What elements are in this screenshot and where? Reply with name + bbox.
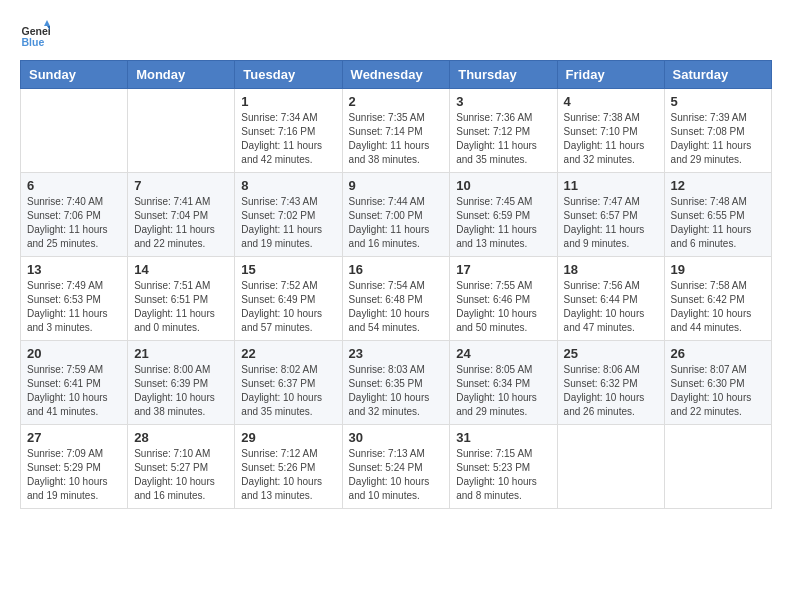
day-number: 13 — [27, 262, 121, 277]
calendar-cell: 28Sunrise: 7:10 AMSunset: 5:27 PMDayligh… — [128, 425, 235, 509]
day-number: 24 — [456, 346, 550, 361]
calendar-cell: 19Sunrise: 7:58 AMSunset: 6:42 PMDayligh… — [664, 257, 771, 341]
day-number: 31 — [456, 430, 550, 445]
weekday-header: Monday — [128, 61, 235, 89]
calendar-cell: 15Sunrise: 7:52 AMSunset: 6:49 PMDayligh… — [235, 257, 342, 341]
day-info: Sunrise: 7:44 AMSunset: 7:00 PMDaylight:… — [349, 195, 444, 251]
calendar-cell: 8Sunrise: 7:43 AMSunset: 7:02 PMDaylight… — [235, 173, 342, 257]
calendar-cell: 14Sunrise: 7:51 AMSunset: 6:51 PMDayligh… — [128, 257, 235, 341]
calendar-cell — [21, 89, 128, 173]
calendar-cell: 27Sunrise: 7:09 AMSunset: 5:29 PMDayligh… — [21, 425, 128, 509]
weekday-header: Friday — [557, 61, 664, 89]
weekday-header: Saturday — [664, 61, 771, 89]
calendar-cell: 12Sunrise: 7:48 AMSunset: 6:55 PMDayligh… — [664, 173, 771, 257]
day-info: Sunrise: 7:45 AMSunset: 6:59 PMDaylight:… — [456, 195, 550, 251]
day-info: Sunrise: 7:49 AMSunset: 6:53 PMDaylight:… — [27, 279, 121, 335]
logo: General Blue — [20, 20, 50, 50]
day-number: 22 — [241, 346, 335, 361]
calendar-week-row: 13Sunrise: 7:49 AMSunset: 6:53 PMDayligh… — [21, 257, 772, 341]
calendar-cell: 16Sunrise: 7:54 AMSunset: 6:48 PMDayligh… — [342, 257, 450, 341]
day-info: Sunrise: 7:10 AMSunset: 5:27 PMDaylight:… — [134, 447, 228, 503]
day-number: 19 — [671, 262, 765, 277]
day-info: Sunrise: 7:56 AMSunset: 6:44 PMDaylight:… — [564, 279, 658, 335]
day-info: Sunrise: 7:43 AMSunset: 7:02 PMDaylight:… — [241, 195, 335, 251]
day-number: 1 — [241, 94, 335, 109]
day-number: 18 — [564, 262, 658, 277]
calendar-cell: 5Sunrise: 7:39 AMSunset: 7:08 PMDaylight… — [664, 89, 771, 173]
day-info: Sunrise: 7:35 AMSunset: 7:14 PMDaylight:… — [349, 111, 444, 167]
calendar-cell: 6Sunrise: 7:40 AMSunset: 7:06 PMDaylight… — [21, 173, 128, 257]
day-info: Sunrise: 7:48 AMSunset: 6:55 PMDaylight:… — [671, 195, 765, 251]
calendar-cell: 21Sunrise: 8:00 AMSunset: 6:39 PMDayligh… — [128, 341, 235, 425]
calendar-cell: 4Sunrise: 7:38 AMSunset: 7:10 PMDaylight… — [557, 89, 664, 173]
day-info: Sunrise: 8:02 AMSunset: 6:37 PMDaylight:… — [241, 363, 335, 419]
calendar-week-row: 20Sunrise: 7:59 AMSunset: 6:41 PMDayligh… — [21, 341, 772, 425]
calendar-cell: 18Sunrise: 7:56 AMSunset: 6:44 PMDayligh… — [557, 257, 664, 341]
day-info: Sunrise: 7:12 AMSunset: 5:26 PMDaylight:… — [241, 447, 335, 503]
calendar-cell: 10Sunrise: 7:45 AMSunset: 6:59 PMDayligh… — [450, 173, 557, 257]
day-number: 29 — [241, 430, 335, 445]
day-number: 10 — [456, 178, 550, 193]
day-number: 20 — [27, 346, 121, 361]
day-info: Sunrise: 8:06 AMSunset: 6:32 PMDaylight:… — [564, 363, 658, 419]
calendar-cell: 11Sunrise: 7:47 AMSunset: 6:57 PMDayligh… — [557, 173, 664, 257]
calendar-cell: 1Sunrise: 7:34 AMSunset: 7:16 PMDaylight… — [235, 89, 342, 173]
day-info: Sunrise: 8:00 AMSunset: 6:39 PMDaylight:… — [134, 363, 228, 419]
day-info: Sunrise: 7:13 AMSunset: 5:24 PMDaylight:… — [349, 447, 444, 503]
day-info: Sunrise: 7:36 AMSunset: 7:12 PMDaylight:… — [456, 111, 550, 167]
day-number: 28 — [134, 430, 228, 445]
page-header: General Blue — [20, 20, 772, 50]
calendar-cell — [128, 89, 235, 173]
day-number: 4 — [564, 94, 658, 109]
day-info: Sunrise: 7:09 AMSunset: 5:29 PMDaylight:… — [27, 447, 121, 503]
day-number: 16 — [349, 262, 444, 277]
calendar-cell: 31Sunrise: 7:15 AMSunset: 5:23 PMDayligh… — [450, 425, 557, 509]
svg-text:Blue: Blue — [22, 36, 45, 48]
calendar-header-row: SundayMondayTuesdayWednesdayThursdayFrid… — [21, 61, 772, 89]
day-info: Sunrise: 7:58 AMSunset: 6:42 PMDaylight:… — [671, 279, 765, 335]
day-info: Sunrise: 7:34 AMSunset: 7:16 PMDaylight:… — [241, 111, 335, 167]
day-info: Sunrise: 7:52 AMSunset: 6:49 PMDaylight:… — [241, 279, 335, 335]
day-info: Sunrise: 7:38 AMSunset: 7:10 PMDaylight:… — [564, 111, 658, 167]
day-number: 15 — [241, 262, 335, 277]
day-info: Sunrise: 7:41 AMSunset: 7:04 PMDaylight:… — [134, 195, 228, 251]
weekday-header: Wednesday — [342, 61, 450, 89]
day-info: Sunrise: 7:59 AMSunset: 6:41 PMDaylight:… — [27, 363, 121, 419]
day-info: Sunrise: 8:05 AMSunset: 6:34 PMDaylight:… — [456, 363, 550, 419]
calendar-week-row: 1Sunrise: 7:34 AMSunset: 7:16 PMDaylight… — [21, 89, 772, 173]
logo-icon: General Blue — [20, 20, 50, 50]
calendar-cell: 26Sunrise: 8:07 AMSunset: 6:30 PMDayligh… — [664, 341, 771, 425]
calendar-week-row: 27Sunrise: 7:09 AMSunset: 5:29 PMDayligh… — [21, 425, 772, 509]
day-number: 25 — [564, 346, 658, 361]
weekday-header: Thursday — [450, 61, 557, 89]
calendar-cell — [664, 425, 771, 509]
day-number: 27 — [27, 430, 121, 445]
day-number: 23 — [349, 346, 444, 361]
calendar-cell: 7Sunrise: 7:41 AMSunset: 7:04 PMDaylight… — [128, 173, 235, 257]
day-number: 26 — [671, 346, 765, 361]
calendar-cell: 20Sunrise: 7:59 AMSunset: 6:41 PMDayligh… — [21, 341, 128, 425]
day-number: 9 — [349, 178, 444, 193]
day-number: 5 — [671, 94, 765, 109]
day-info: Sunrise: 7:51 AMSunset: 6:51 PMDaylight:… — [134, 279, 228, 335]
day-number: 14 — [134, 262, 228, 277]
day-number: 7 — [134, 178, 228, 193]
day-number: 11 — [564, 178, 658, 193]
day-info: Sunrise: 7:54 AMSunset: 6:48 PMDaylight:… — [349, 279, 444, 335]
day-info: Sunrise: 7:40 AMSunset: 7:06 PMDaylight:… — [27, 195, 121, 251]
day-number: 6 — [27, 178, 121, 193]
calendar-cell: 30Sunrise: 7:13 AMSunset: 5:24 PMDayligh… — [342, 425, 450, 509]
day-number: 17 — [456, 262, 550, 277]
svg-marker-2 — [44, 20, 50, 26]
calendar-cell: 25Sunrise: 8:06 AMSunset: 6:32 PMDayligh… — [557, 341, 664, 425]
day-number: 3 — [456, 94, 550, 109]
calendar-table: SundayMondayTuesdayWednesdayThursdayFrid… — [20, 60, 772, 509]
day-number: 8 — [241, 178, 335, 193]
day-number: 30 — [349, 430, 444, 445]
weekday-header: Sunday — [21, 61, 128, 89]
calendar-cell: 17Sunrise: 7:55 AMSunset: 6:46 PMDayligh… — [450, 257, 557, 341]
calendar-cell: 13Sunrise: 7:49 AMSunset: 6:53 PMDayligh… — [21, 257, 128, 341]
calendar-cell: 24Sunrise: 8:05 AMSunset: 6:34 PMDayligh… — [450, 341, 557, 425]
day-info: Sunrise: 8:03 AMSunset: 6:35 PMDaylight:… — [349, 363, 444, 419]
calendar-cell — [557, 425, 664, 509]
